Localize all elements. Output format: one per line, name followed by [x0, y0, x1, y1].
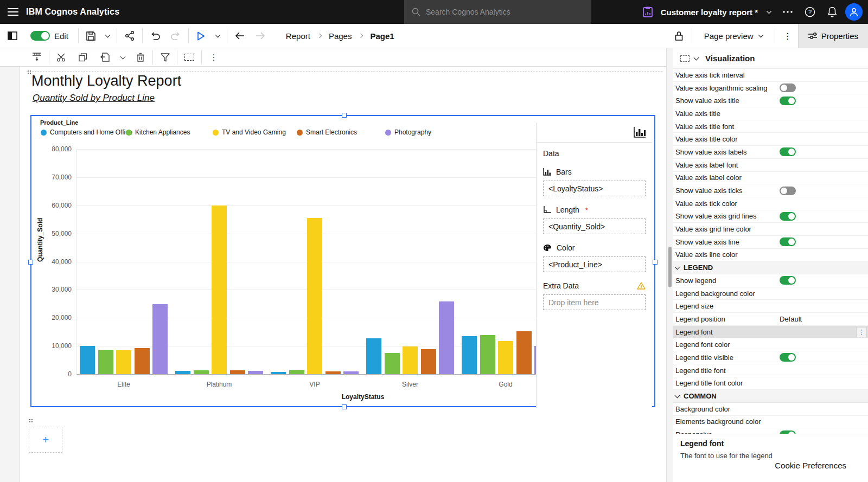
property-row-value-axis-tick-color[interactable]: Value axis tick color — [673, 197, 868, 210]
bar-platinum-5[interactable] — [248, 371, 263, 374]
bar-vip-3[interactable] — [307, 218, 322, 374]
property-row-show-value-axis-labels[interactable]: Show value axis labels — [673, 146, 868, 159]
property-value[interactable]: Default — [780, 315, 802, 323]
page-title[interactable]: Monthly Loyalty Report — [31, 73, 181, 89]
property-row-value-axis-line-color[interactable]: Value axis line color — [673, 249, 868, 262]
section-common[interactable]: COMMON — [673, 390, 868, 403]
cut-icon[interactable] — [50, 49, 72, 66]
toggle-legend-title-visible[interactable] — [780, 353, 796, 362]
overflow-menu-icon[interactable] — [777, 0, 799, 24]
property-row-show-legend[interactable]: Show legend — [673, 274, 868, 287]
property-row-value-axis-title-font[interactable]: Value axis title font — [673, 120, 868, 133]
section-legend[interactable]: LEGEND — [673, 261, 868, 274]
toggle-show-value-axis-grid-lines[interactable] — [780, 212, 796, 221]
bar-silver-1[interactable] — [366, 338, 381, 374]
property-row-value-axis-logarithmic-scaling[interactable]: Value axis logarithmic scaling — [673, 82, 868, 95]
property-row-legend-size[interactable]: Legend size — [673, 300, 868, 313]
save-icon[interactable] — [81, 27, 101, 45]
bar-platinum-2[interactable] — [194, 370, 209, 374]
bar-gold-4[interactable] — [516, 331, 532, 374]
property-row-show-value-axis-title[interactable]: Show value axis title — [673, 94, 868, 107]
bar-gold-1[interactable] — [462, 336, 477, 374]
forward-icon[interactable] — [250, 27, 271, 45]
bar-silver-3[interactable] — [403, 346, 418, 374]
toggle-show-value-axis-labels[interactable] — [780, 147, 796, 156]
bar-vip-4[interactable] — [326, 371, 341, 374]
resize-handle-top[interactable] — [342, 113, 347, 118]
props-header-chevron-icon[interactable] — [694, 55, 699, 60]
property-menu-icon[interactable]: ⋮ — [856, 327, 867, 337]
report-page-canvas[interactable]: Monthly Loyalty Report Quantity Sold by … — [20, 67, 666, 482]
placeholder-drag-handle[interactable] — [29, 419, 34, 423]
toggle-value-axis-logarithmic-scaling[interactable] — [780, 83, 796, 92]
run-icon[interactable] — [191, 27, 212, 45]
chart-type-icon[interactable] — [634, 127, 646, 138]
property-row-background-color[interactable]: Background color — [673, 403, 868, 416]
back-icon[interactable] — [229, 27, 250, 45]
bar-elite-3[interactable] — [116, 350, 131, 374]
bar-gold-3[interactable] — [498, 341, 513, 374]
side-panel-icon[interactable] — [2, 27, 23, 45]
property-row-legend-font-color[interactable]: Legend font color — [673, 338, 868, 351]
run-chevron-icon[interactable] — [212, 27, 225, 45]
property-row-responsive[interactable]: Responsive — [673, 428, 868, 434]
bar-chart-visualization[interactable]: Product_Line Computers and Home OfficeKi… — [30, 115, 655, 407]
property-row-value-axis-title-color[interactable]: Value axis title color — [673, 133, 868, 146]
toolbar-more-icon[interactable]: ⋮ — [777, 27, 798, 45]
legend-item[interactable]: Kitchen Appliances — [126, 128, 190, 136]
edit-toggle[interactable] — [30, 31, 50, 41]
legend-item[interactable]: TV and Video Gaming — [213, 128, 286, 136]
share-icon[interactable] — [119, 27, 140, 45]
breadcrumb-page1[interactable]: Page1 — [370, 31, 394, 41]
help-icon[interactable]: ? — [799, 0, 821, 24]
property-row-value-axis-label-font[interactable]: Value axis label font — [673, 159, 868, 172]
lock-icon[interactable] — [669, 27, 690, 45]
paste-icon[interactable] — [94, 49, 116, 66]
property-row-elements-background-color[interactable]: Elements background color — [673, 416, 868, 429]
properties-scrollbar[interactable] — [666, 48, 673, 482]
bar-gold-2[interactable] — [480, 335, 495, 374]
toggle-show-value-axis-line[interactable] — [780, 237, 796, 246]
cookie-preferences-link[interactable]: Cookie Preferences — [775, 461, 846, 470]
toggle-show-legend[interactable] — [780, 276, 796, 285]
paste-chevron-icon[interactable] — [116, 49, 130, 66]
delete-icon[interactable] — [130, 49, 151, 66]
property-row-value-axis-grid-line-color[interactable]: Value axis grid line color — [673, 223, 868, 236]
bar-vip-5[interactable] — [343, 371, 359, 374]
undo-icon[interactable] — [145, 27, 165, 45]
property-row-value-axis-title[interactable]: Value axis title — [673, 107, 868, 120]
breadcrumb-report[interactable]: Report — [286, 31, 310, 41]
resize-handle-bottom[interactable] — [342, 404, 347, 409]
property-row-legend-background-color[interactable]: Legend background color — [673, 287, 868, 300]
legend-item[interactable]: Computers and Home Office — [41, 128, 132, 136]
copy-icon[interactable] — [72, 49, 94, 66]
bar-vip-2[interactable] — [289, 370, 304, 374]
slot-value-length[interactable]: <Quantity_Sold> — [543, 218, 646, 234]
property-row-legend-title-font[interactable]: Legend title font — [673, 364, 868, 377]
avatar[interactable] — [845, 3, 863, 21]
bar-vip-1[interactable] — [271, 372, 286, 374]
toggle-responsive[interactable] — [780, 430, 796, 434]
legend-item[interactable]: Photography — [385, 128, 431, 136]
save-chevron-icon[interactable] — [101, 27, 114, 45]
global-search[interactable] — [404, 0, 591, 24]
properties-button[interactable]: Properties — [798, 24, 868, 48]
page-subtitle[interactable]: Quantity Sold by Product Line — [33, 93, 155, 104]
property-row-show-value-axis-line[interactable]: Show value axis line — [673, 236, 868, 249]
property-row-legend-title-visible[interactable]: Legend title visible — [673, 351, 868, 364]
menu-icon[interactable] — [0, 0, 26, 24]
property-row-show-value-axis-ticks[interactable]: Show value axis ticks — [673, 184, 868, 197]
property-row-legend-font[interactable]: Legend font⋮ — [673, 326, 868, 339]
select-area-icon[interactable] — [178, 49, 200, 66]
slot-value-bars[interactable]: <LoyaltyStatus> — [543, 181, 646, 196]
breadcrumb-pages[interactable]: Pages — [329, 31, 352, 41]
property-row-value-axis-label-color[interactable]: Value axis label color — [673, 172, 868, 185]
extra-data-drop-zone[interactable]: Drop item here — [543, 294, 646, 310]
resize-handle-left[interactable] — [28, 260, 33, 265]
bar-elite-4[interactable] — [135, 348, 150, 374]
redo-icon[interactable] — [165, 27, 186, 45]
bar-elite-2[interactable] — [98, 350, 113, 374]
bar-platinum-3[interactable] — [212, 205, 227, 374]
slot-value-color[interactable]: <Product_Line> — [543, 256, 646, 272]
property-row-show-value-axis-grid-lines[interactable]: Show value axis grid lines — [673, 210, 868, 223]
